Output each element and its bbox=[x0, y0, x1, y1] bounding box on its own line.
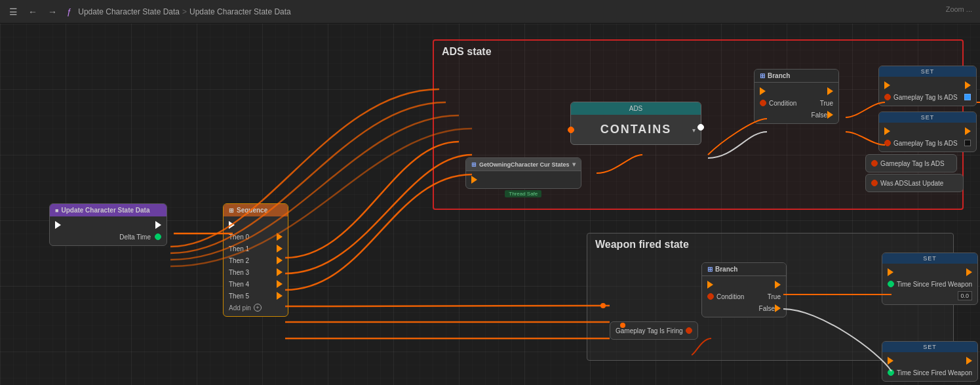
then0-label: Then 0 bbox=[229, 233, 277, 241]
set-weapon-false-title: SET bbox=[923, 344, 937, 350]
then3-row: Then 3 bbox=[224, 266, 288, 278]
branch-weapon-exec-in bbox=[707, 281, 713, 289]
set-ads-true-header: SET bbox=[879, 66, 976, 77]
menu-button[interactable]: ☰ bbox=[5, 4, 21, 20]
contains-header: ADS bbox=[571, 102, 701, 115]
branch-ads-true-row: Condition True bbox=[755, 97, 838, 109]
then0-pin bbox=[277, 233, 283, 241]
contains-ads-label: ADS bbox=[629, 105, 643, 112]
set-weapon-true-header: SET bbox=[882, 253, 977, 264]
set-ads-false-node: SET Gameplay Tag Is ADS bbox=[878, 111, 977, 152]
set-weapon-true-node: SET Time Since Fired Weapon 0.0 bbox=[882, 253, 978, 305]
get-owning-exec-row bbox=[466, 174, 581, 186]
ads-region-label: ADS state bbox=[442, 46, 492, 58]
branch-ads-header: ⊞ Branch bbox=[755, 70, 838, 83]
sequence-title: Sequence bbox=[237, 207, 267, 214]
set-true-exec-out bbox=[965, 81, 971, 89]
then2-label: Then 2 bbox=[229, 257, 277, 264]
contains-in-pin bbox=[568, 127, 574, 133]
breadcrumb-sep: > bbox=[182, 7, 187, 16]
set-true-checkbox bbox=[964, 94, 971, 100]
set-weapon-true-title: SET bbox=[923, 255, 937, 262]
update-character-header: ■ Update Character State Data bbox=[50, 204, 167, 216]
branch-ads-false-pin bbox=[827, 111, 833, 119]
then4-row: Then 4 bbox=[224, 278, 288, 290]
branch-ads-false-label: False bbox=[812, 111, 827, 119]
set-ads-false-tag-row: Gameplay Tag Is ADS bbox=[879, 137, 976, 149]
seq-exec-in bbox=[229, 221, 235, 229]
set-weapon-tag-row: Time Since Fired Weapon bbox=[882, 278, 977, 290]
branch-ads-node: ⊞ Branch Condition True False bbox=[754, 69, 839, 124]
contains-title: CONTAINS bbox=[600, 123, 672, 136]
function-icon: ƒ bbox=[67, 7, 71, 16]
weapon-region-label: Weapon fired state bbox=[595, 239, 689, 251]
add-pin-label: Add pin bbox=[229, 304, 251, 312]
sequence-node: ⊞ Sequence Then 0 Then 1 Then 2 Then 3 T… bbox=[223, 203, 288, 317]
set-false-checkbox bbox=[964, 140, 971, 146]
set-false-exec-in bbox=[884, 127, 890, 135]
set-true-exec-in bbox=[884, 81, 890, 89]
branch-weapon-cond-row: Condition True bbox=[702, 291, 786, 302]
set-false-exec-out bbox=[965, 127, 971, 135]
then3-pin bbox=[277, 268, 283, 276]
branch-ads-false-row: False bbox=[755, 109, 838, 121]
then2-row: Then 2 bbox=[224, 254, 288, 266]
get-owning-chevron: ▾ bbox=[572, 161, 576, 168]
branch-ads-true-pin bbox=[827, 87, 833, 95]
then1-label: Then 1 bbox=[229, 245, 277, 253]
branch-weapon-false-label: False bbox=[759, 305, 775, 312]
set-ads-true-node: SET Gameplay Tag Is ADS bbox=[878, 66, 977, 106]
then5-pin bbox=[277, 292, 283, 300]
was-ads-last-row: Was ADSLast Update bbox=[866, 177, 963, 189]
add-pin-icon[interactable]: + bbox=[254, 304, 262, 312]
branch-weapon-cond-pin bbox=[707, 293, 714, 300]
update-exec-in-pin bbox=[55, 221, 61, 229]
set-ads-true-tag-row: Gameplay Tag Is ADS bbox=[879, 91, 976, 103]
back-button[interactable]: ← bbox=[25, 4, 41, 20]
contains-body: CONTAINS ▾ bbox=[571, 115, 701, 144]
gameplay-tag-ads-label: Gameplay Tag Is ADS bbox=[880, 160, 951, 167]
update-character-title: Update Character State Data bbox=[61, 207, 149, 214]
branch-weapon-node: ⊞ Branch Condition True False bbox=[701, 262, 787, 317]
branch-ads-condition-label: Condition bbox=[769, 100, 820, 107]
forward-button[interactable]: → bbox=[45, 4, 60, 20]
contains-chevron-down: ▾ bbox=[692, 126, 696, 133]
set-true-tag-label: Gameplay Tag Is ADS bbox=[893, 94, 964, 101]
branch-ads-condition-pin bbox=[760, 100, 766, 106]
set-weapon-value-row: 0.0 bbox=[882, 290, 977, 302]
set-weapon-false-header: SET bbox=[882, 342, 977, 352]
then1-pin bbox=[277, 245, 283, 253]
set-ads-true-exec-row bbox=[879, 79, 976, 91]
then0-row: Then 0 bbox=[224, 231, 288, 243]
branch-weapon-true-label: True bbox=[768, 293, 781, 300]
branch-ads-true-label: True bbox=[820, 100, 833, 107]
branch-weapon-exec-row bbox=[702, 279, 786, 291]
set-weapon-exec-in bbox=[888, 268, 893, 276]
get-owning-exec-out bbox=[471, 176, 477, 184]
set-weapon-false-tag-label: Time Since Fired Weapon bbox=[897, 369, 972, 376]
gameplay-tag-ads-pin bbox=[871, 160, 878, 167]
delta-time-pin bbox=[155, 233, 161, 240]
toolbar: ☰ ← → ƒ Update Character State Data > Up… bbox=[0, 0, 980, 24]
add-pin-row[interactable]: Add pin + bbox=[224, 302, 288, 314]
set-weapon-false-exec-out bbox=[966, 357, 972, 365]
then4-label: Then 4 bbox=[229, 281, 277, 288]
firing-tag-pin bbox=[686, 327, 692, 334]
branch-ads-title: Branch bbox=[768, 72, 790, 79]
update-character-node: ■ Update Character State Data Delta Time bbox=[49, 203, 167, 246]
get-owning-title: GetOwningCharacter Cur States bbox=[479, 161, 570, 168]
then2-pin bbox=[277, 256, 283, 264]
set-weapon-false-exec-in bbox=[888, 357, 893, 365]
breadcrumb-current: Update Character State Data bbox=[189, 7, 291, 16]
sequence-header: ⊞ Sequence bbox=[224, 204, 288, 216]
was-ads-last-label: Was ADSLast Update bbox=[880, 180, 958, 187]
contains-node: ADS CONTAINS ▾ bbox=[570, 102, 701, 145]
branch-weapon-cond-label: Condition bbox=[716, 293, 768, 300]
set-weapon-false-node: SET Time Since Fired Weapon bbox=[882, 341, 978, 382]
branch-weapon-false-row: False bbox=[702, 302, 786, 314]
contains-out-pin bbox=[697, 124, 704, 131]
set-weapon-exec-out bbox=[966, 268, 972, 276]
get-owning-header: ⊞ GetOwningCharacter Cur States ▾ bbox=[466, 158, 581, 171]
firing-tag-row: Gameplay Tag Is Firing bbox=[610, 325, 697, 336]
branch-ads-exec-row bbox=[755, 85, 838, 97]
